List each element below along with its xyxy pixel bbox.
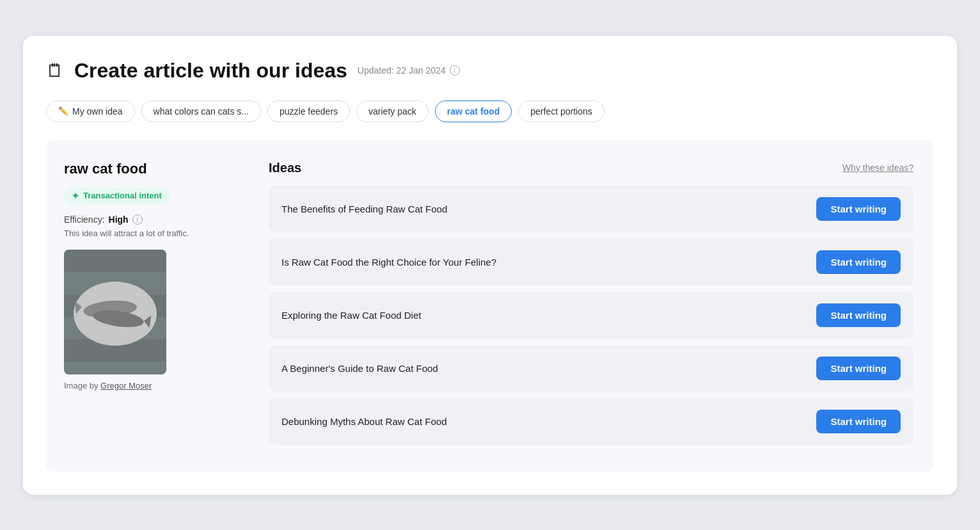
efficiency-value: High	[109, 214, 129, 225]
keyword-image	[64, 250, 166, 374]
start-writing-button-2[interactable]: Start writing	[816, 250, 901, 274]
why-ideas-link[interactable]: Why these ideas?	[842, 163, 913, 173]
idea-text: A Beginner's Guide to Raw Cat Food	[281, 363, 438, 374]
header-meta: Updated: 22 Jan 2024 i	[358, 65, 460, 76]
tab-label: puzzle feeders	[280, 106, 338, 116]
idea-text: The Benefits of Feeding Raw Cat Food	[281, 204, 447, 214]
image-credit: Image by Gregor Moser	[64, 381, 243, 390]
tab-bar: ✏️ My own idea what colors can cats s...…	[46, 100, 934, 122]
ideas-title: Ideas	[269, 161, 301, 175]
tab-label: raw cat food	[447, 106, 500, 116]
svg-rect-6	[64, 362, 166, 374]
intent-badge: ✦ Transactional intent	[64, 188, 170, 204]
intent-icon: ✦	[72, 191, 79, 201]
tab-variety-pack[interactable]: variety pack	[356, 100, 429, 122]
idea-text: Debunking Myths About Raw Cat Food	[281, 416, 447, 427]
tab-perfect-portions[interactable]: perfect portions	[518, 100, 605, 122]
left-panel: raw cat food ✦ Transactional intent Effi…	[64, 161, 243, 451]
image-credit-link[interactable]: Gregor Moser	[100, 381, 152, 390]
keyword-title: raw cat food	[64, 161, 243, 177]
tab-what-colors[interactable]: what colors can cats s...	[141, 100, 261, 122]
edit-icon: ✏️	[58, 106, 68, 116]
page-header: 🗒 Create article with our ideas Updated:…	[46, 59, 934, 83]
page-title: Create article with our ideas	[74, 59, 347, 83]
efficiency-row: Efficiency: High i	[64, 214, 243, 225]
image-credit-prefix: Image by	[64, 381, 98, 390]
idea-text: Is Raw Cat Food the Right Choice for You…	[281, 257, 496, 268]
page-icon: 🗒	[46, 60, 64, 81]
intent-label: Transactional intent	[83, 191, 162, 200]
start-writing-button-5[interactable]: Start writing	[816, 410, 901, 433]
idea-row: The Benefits of Feeding Raw Cat Food Sta…	[269, 186, 913, 232]
efficiency-info-icon[interactable]: i	[132, 214, 143, 225]
ideas-header: Ideas Why these ideas?	[269, 161, 913, 175]
tab-label: perfect portions	[530, 106, 592, 116]
tab-raw-cat-food[interactable]: raw cat food	[435, 100, 512, 122]
start-writing-button-3[interactable]: Start writing	[816, 303, 901, 327]
info-icon[interactable]: i	[450, 65, 460, 76]
idea-text: Exploring the Raw Cat Food Diet	[281, 310, 421, 321]
fish-image-svg	[64, 250, 166, 374]
content-area: raw cat food ✦ Transactional intent Effi…	[46, 140, 934, 472]
tab-label: what colors can cats s...	[154, 106, 249, 116]
right-panel: Ideas Why these ideas? The Benefits of F…	[269, 161, 913, 451]
image-placeholder	[64, 250, 166, 374]
tab-label: variety pack	[368, 106, 416, 116]
tab-my-own-idea[interactable]: ✏️ My own idea	[46, 100, 135, 122]
idea-row: Exploring the Raw Cat Food Diet Start wr…	[269, 292, 913, 339]
main-card: 🗒 Create article with our ideas Updated:…	[23, 36, 957, 495]
idea-row: Is Raw Cat Food the Right Choice for You…	[269, 239, 913, 285]
efficiency-label: Efficiency:	[64, 214, 105, 225]
svg-rect-1	[64, 250, 166, 272]
tab-label: My own idea	[72, 106, 123, 116]
idea-row: Debunking Myths About Raw Cat Food Start…	[269, 398, 913, 445]
start-writing-button-4[interactable]: Start writing	[816, 357, 901, 380]
efficiency-desc: This idea will attract a lot of traffic.	[64, 229, 243, 238]
start-writing-button-1[interactable]: Start writing	[816, 197, 901, 221]
idea-row: A Beginner's Guide to Raw Cat Food Start…	[269, 345, 913, 392]
tab-puzzle-feeders[interactable]: puzzle feeders	[267, 100, 350, 122]
updated-text: Updated: 22 Jan 2024	[358, 65, 446, 76]
